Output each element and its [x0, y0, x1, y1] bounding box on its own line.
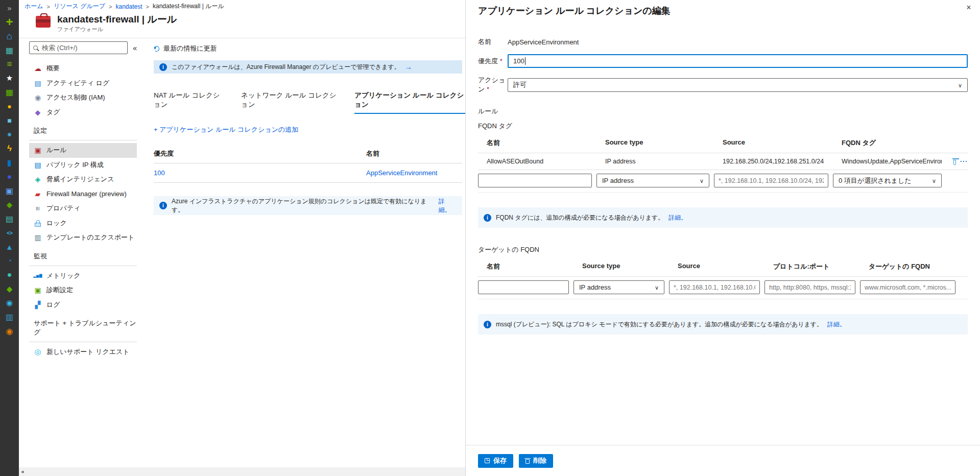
- new-rule-source-type-select[interactable]: IP address: [596, 174, 709, 187]
- function-app-icon[interactable]: [0, 141, 19, 156]
- menu-item-activity-log[interactable]: アクティビティ ログ: [29, 76, 137, 91]
- menu-section-settings: 設定: [29, 120, 137, 140]
- menu-item-public-ip[interactable]: パブリック IP 構成: [29, 158, 137, 173]
- target-fqdn-new-row: IP address: [478, 277, 968, 299]
- source-type-value: IP address: [579, 283, 611, 291]
- api-code-icon[interactable]: [0, 226, 19, 240]
- new-rule-source-input[interactable]: [669, 280, 760, 294]
- virtual-machine-icon[interactable]: [0, 184, 19, 198]
- virtual-network-icon[interactable]: [0, 240, 19, 254]
- fqdn-tags-multiselect[interactable]: 0 項目が選択されました: [833, 174, 942, 187]
- close-icon[interactable]: [964, 3, 973, 12]
- search-input[interactable]: 検索 (Ctrl+/): [29, 41, 128, 54]
- details-link[interactable]: 詳細。: [439, 197, 457, 215]
- action-select[interactable]: 許可: [508, 78, 968, 92]
- priority-input[interactable]: 100: [508, 54, 968, 68]
- help-support-icon[interactable]: [0, 296, 19, 311]
- rule-fqdn-tags-cell: WindowsUpdate,AppServiceEnvironm...: [833, 158, 942, 165]
- globe-icon[interactable]: [0, 128, 19, 142]
- security-center-icon[interactable]: [0, 282, 19, 296]
- target-fqdn-table: 名前 Source type Source プロトコル:ポート ターゲットの F…: [478, 262, 968, 299]
- menu-item-tags[interactable]: タグ: [29, 105, 137, 120]
- collapse-panel-icon[interactable]: [0, 1, 19, 15]
- public-ip-icon: [34, 161, 42, 169]
- menu-item-access-control[interactable]: アクセス制御 (IAM): [29, 90, 137, 105]
- new-rule-name-input[interactable]: [478, 174, 592, 187]
- menu-item-label: アクセス制御 (IAM): [46, 93, 105, 102]
- menu-item-label: 概要: [46, 64, 60, 73]
- sql-database-icon[interactable]: [0, 156, 19, 170]
- more-options-icon[interactable]: ···: [960, 158, 968, 165]
- menu-item-metrics[interactable]: メトリック: [29, 269, 137, 283]
- new-rule-target-fqdn-input[interactable]: [860, 280, 955, 294]
- app-services-icon[interactable]: [0, 113, 19, 128]
- monitor-gauge-icon[interactable]: [0, 254, 19, 268]
- edit-application-rule-collection-panel: アプリケーション ルール コレクションの編集 名前 AppServiceEnvi…: [465, 0, 980, 476]
- tab-network-rule-collection[interactable]: ネットワーク ルール コレクション: [241, 91, 339, 114]
- column-header-fqdn-tags: FQDN タグ: [833, 138, 942, 148]
- overview-icon: [34, 64, 42, 73]
- new-rule-protocol-port-input[interactable]: [764, 280, 855, 294]
- subscription-donut-icon[interactable]: [0, 324, 19, 339]
- new-rule-source-type-select[interactable]: IP address: [573, 280, 664, 294]
- panel-footer: 保存 削除: [466, 445, 980, 476]
- menu-item-properties[interactable]: プロパティ: [29, 201, 137, 216]
- menu-item-threat-intelligence[interactable]: 脅威インテリジェンス: [29, 172, 137, 187]
- details-link[interactable]: 詳細。: [668, 213, 687, 222]
- menu-item-logs[interactable]: ログ: [29, 298, 137, 313]
- tags-icon: [34, 108, 42, 116]
- menu-item-export-template[interactable]: テンプレートのエクスポート: [29, 230, 137, 245]
- menu-item-label: パブリック IP 構成: [46, 160, 104, 170]
- all-services-icon[interactable]: [0, 57, 19, 72]
- properties-icon: [34, 204, 42, 212]
- storage-account-icon[interactable]: [0, 212, 19, 226]
- new-rule-source-input[interactable]: [714, 174, 828, 187]
- favorites-star-icon[interactable]: [0, 72, 19, 86]
- load-balancer-icon[interactable]: [0, 198, 19, 212]
- column-header-name: 名前: [478, 262, 573, 271]
- page-title: kandatest-firewall | ルール: [57, 14, 177, 25]
- home-icon[interactable]: [0, 29, 19, 43]
- menu-item-label: タグ: [46, 108, 60, 117]
- create-resource-icon[interactable]: [0, 15, 19, 30]
- menu-item-rules[interactable]: ルール: [29, 143, 137, 158]
- breadcrumb-kandatest[interactable]: kandatest: [115, 3, 142, 10]
- chevron-down-icon: [700, 177, 704, 184]
- tab-nat-rule-collection[interactable]: NAT ルール コレクション: [154, 91, 226, 114]
- menu-item-diagnostic-settings[interactable]: 診断設定: [29, 283, 137, 298]
- rule-collection-tabs: NAT ルール コレクション ネットワーク ルール コレクション アプリケーショ…: [154, 91, 465, 114]
- menu-item-label: 脅威インテリジェンス: [46, 175, 114, 184]
- all-resources-icon[interactable]: [0, 85, 19, 100]
- breadcrumb-home[interactable]: ホーム: [25, 2, 43, 11]
- metrics-icon: [34, 272, 42, 280]
- new-rule-name-input[interactable]: [478, 280, 569, 294]
- banner-arrow-link[interactable]: →: [405, 63, 412, 71]
- details-link[interactable]: 詳細。: [827, 320, 846, 329]
- cost-management-icon[interactable]: [0, 310, 19, 324]
- collapse-menu-icon[interactable]: [133, 44, 137, 52]
- cosmos-db-icon[interactable]: [0, 170, 19, 184]
- fqdn-tag-rule-row: AllowASEOutBound IP address 192.168.250.…: [478, 153, 968, 170]
- refresh-button[interactable]: 最新の情報に更新: [154, 42, 217, 55]
- tab-application-rule-collection[interactable]: アプリケーション ルール コレクション: [354, 91, 465, 114]
- menu-item-label: 新しいサポート リクエスト: [46, 347, 130, 356]
- rule-name-link[interactable]: AppServiceEnvironment: [366, 169, 437, 177]
- menu-item-overview[interactable]: 概要: [29, 61, 137, 76]
- breadcrumb-resource-groups[interactable]: リソース グループ: [54, 2, 105, 11]
- delete-button[interactable]: 削除: [519, 454, 553, 468]
- menu-item-new-support-request[interactable]: 新しいサポート リクエスト: [29, 345, 137, 360]
- add-application-rule-collection-link[interactable]: + アプリケーション ルール コレクションの追加: [154, 125, 298, 134]
- key-vault-icon[interactable]: [0, 100, 19, 114]
- column-header-target-fqdn: ターゲットの FQDN: [860, 262, 955, 271]
- delete-row-icon[interactable]: [953, 160, 956, 165]
- rule-priority-link[interactable]: 100: [154, 169, 165, 177]
- horizontal-scrollbar[interactable]: [19, 467, 465, 476]
- threat-intelligence-icon: [34, 175, 42, 183]
- dashboard-icon[interactable]: [0, 43, 19, 58]
- save-button[interactable]: 保存: [478, 454, 513, 468]
- trash-icon: [525, 459, 530, 464]
- menu-item-label: Firewall Manager (preview): [46, 190, 127, 198]
- advisor-icon[interactable]: [0, 268, 19, 282]
- menu-item-firewall-manager[interactable]: Firewall Manager (preview): [29, 187, 137, 202]
- menu-item-locks[interactable]: ロック: [29, 216, 137, 231]
